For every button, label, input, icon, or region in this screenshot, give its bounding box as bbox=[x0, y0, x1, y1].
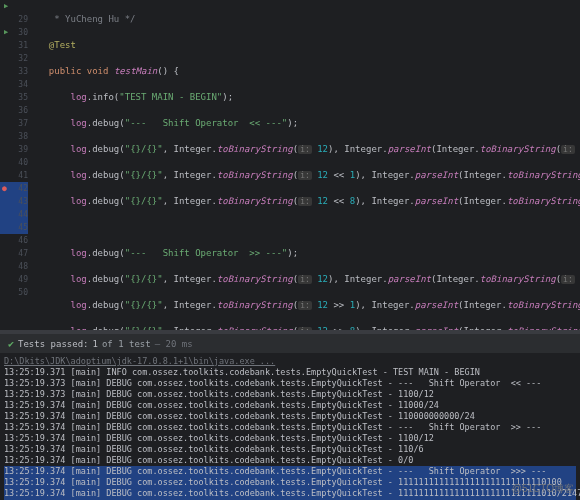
line-num[interactable]: 49 bbox=[0, 273, 28, 286]
log-line: 13:25:19.373 [main] DEBUG com.ossez.tool… bbox=[4, 389, 576, 400]
code-editor[interactable]: ▶ 29 ▶30 31 32 33 34 35 36 37 38 39 40 4… bbox=[0, 0, 580, 330]
run-icon[interactable]: ▶ bbox=[4, 26, 8, 39]
line-num[interactable]: 46 bbox=[0, 234, 28, 247]
check-icon: ✔ bbox=[8, 338, 14, 349]
breakpoint-icon[interactable]: ● bbox=[2, 182, 7, 195]
log-line: 13:25:19.374 [main] DEBUG com.ossez.tool… bbox=[4, 455, 576, 466]
test-count: 1 bbox=[92, 339, 97, 349]
line-num[interactable]: 32 bbox=[0, 52, 28, 65]
line-num[interactable]: 35 bbox=[0, 91, 28, 104]
line-num[interactable]: 29 bbox=[0, 13, 28, 26]
log-line: 13:25:19.374 [main] DEBUG com.ossez.tool… bbox=[4, 488, 576, 499]
line-num[interactable]: 45 bbox=[0, 221, 28, 234]
line-num[interactable]: 38 bbox=[0, 130, 28, 143]
log-line: 13:25:19.374 [main] DEBUG com.ossez.tool… bbox=[4, 433, 576, 444]
line-num[interactable]: 33 bbox=[0, 65, 28, 78]
log-line: 13:25:19.371 [main] INFO com.ossez.toolk… bbox=[4, 367, 576, 378]
log-line: 13:25:19.374 [main] DEBUG com.ossez.tool… bbox=[4, 400, 576, 411]
line-num[interactable]: 39 bbox=[0, 143, 28, 156]
log-line: 13:25:19.373 [main] DEBUG com.ossez.tool… bbox=[4, 378, 576, 389]
test-of: of 1 test bbox=[102, 339, 151, 349]
line-num[interactable]: 43 bbox=[0, 195, 28, 208]
line-num[interactable]: ●42 bbox=[0, 182, 28, 195]
line-num[interactable]: 41 bbox=[0, 169, 28, 182]
java-path[interactable]: D:\Dkits\JDK\adoptium\jdk-17.0.8.1+1\bin… bbox=[4, 356, 576, 367]
line-num[interactable]: 36 bbox=[0, 104, 28, 117]
line-num[interactable]: ▶30 bbox=[0, 26, 28, 39]
line-num[interactable]: 50 bbox=[0, 286, 28, 299]
watermark: @51CTO博客 bbox=[512, 482, 574, 496]
test-annotation: @Test bbox=[49, 40, 76, 50]
log-line: 13:25:19.374 [main] DEBUG com.ossez.tool… bbox=[4, 411, 576, 422]
author-tag: YuCheng Hu bbox=[65, 14, 119, 24]
tests-passed-label: Tests passed: bbox=[18, 339, 88, 349]
console-output[interactable]: D:\Dkits\JDK\adoptium\jdk-17.0.8.1+1\bin… bbox=[0, 354, 580, 500]
log-line: 13:25:19.374 [main] DEBUG com.ossez.tool… bbox=[4, 466, 576, 477]
line-num[interactable]: 44 bbox=[0, 208, 28, 221]
line-num[interactable]: 37 bbox=[0, 117, 28, 130]
code-content[interactable]: * YuCheng Hu */ @Test public void testMa… bbox=[34, 0, 580, 330]
log-line: 13:25:19.374 [main] DEBUG com.ossez.tool… bbox=[4, 444, 576, 455]
run-icon[interactable]: ▶ bbox=[4, 0, 8, 13]
line-num[interactable]: 40 bbox=[0, 156, 28, 169]
test-status-bar: ✔ Tests passed: 1 of 1 test – 20 ms bbox=[0, 334, 580, 354]
log-line: 13:25:19.374 [main] DEBUG com.ossez.tool… bbox=[4, 477, 576, 488]
gutter[interactable]: ▶ 29 ▶30 31 32 33 34 35 36 37 38 39 40 4… bbox=[0, 0, 34, 330]
line-num[interactable]: 31 bbox=[0, 39, 28, 52]
line-num[interactable]: ▶ bbox=[0, 0, 28, 13]
log-line: 13:25:19.374 [main] DEBUG com.ossez.tool… bbox=[4, 422, 576, 433]
line-num[interactable]: 34 bbox=[0, 78, 28, 91]
test-duration: – 20 ms bbox=[155, 339, 193, 349]
line-num[interactable]: 47 bbox=[0, 247, 28, 260]
line-num[interactable]: 48 bbox=[0, 260, 28, 273]
